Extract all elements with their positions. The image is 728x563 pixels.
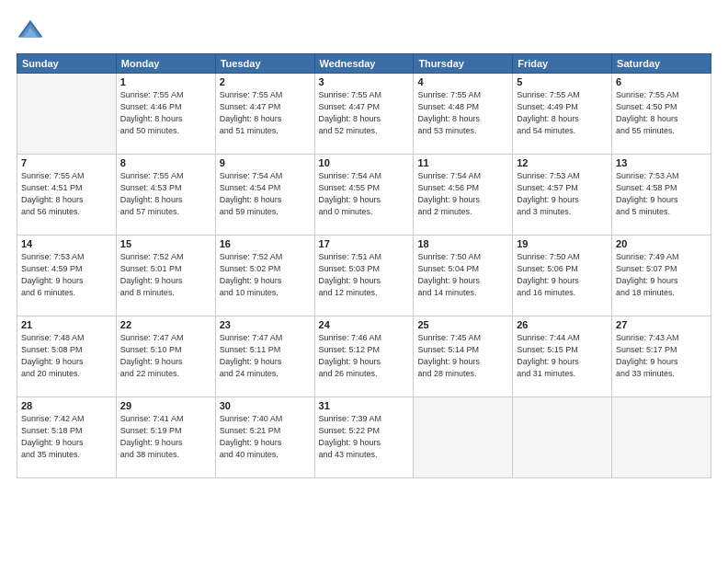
weekday-row: SundayMondayTuesdayWednesdayThursdayFrid… xyxy=(17,54,711,74)
day-info: Sunrise: 7:54 AMSunset: 4:55 PMDaylight:… xyxy=(319,170,410,218)
calendar-cell: 24Sunrise: 7:46 AMSunset: 5:12 PMDayligh… xyxy=(314,316,414,397)
day-number: 23 xyxy=(220,319,311,330)
day-info: Sunrise: 7:53 AMSunset: 4:59 PMDaylight:… xyxy=(21,251,112,299)
day-number: 12 xyxy=(517,157,608,168)
day-info: Sunrise: 7:55 AMSunset: 4:46 PMDaylight:… xyxy=(120,89,211,137)
calendar-cell: 14Sunrise: 7:53 AMSunset: 4:59 PMDayligh… xyxy=(17,236,117,316)
day-info: Sunrise: 7:40 AMSunset: 5:21 PMDaylight:… xyxy=(220,413,311,461)
day-info: Sunrise: 7:55 AMSunset: 4:47 PMDaylight:… xyxy=(220,89,311,137)
day-info: Sunrise: 7:42 AMSunset: 5:18 PMDaylight:… xyxy=(21,413,112,461)
day-info: Sunrise: 7:46 AMSunset: 5:12 PMDaylight:… xyxy=(319,332,410,380)
calendar-cell: 1Sunrise: 7:55 AMSunset: 4:46 PMDaylight… xyxy=(116,74,215,155)
week-row-5: 28Sunrise: 7:42 AMSunset: 5:18 PMDayligh… xyxy=(17,397,711,478)
day-number: 5 xyxy=(517,76,608,87)
day-number: 19 xyxy=(517,238,608,249)
day-info: Sunrise: 7:54 AMSunset: 4:54 PMDaylight:… xyxy=(220,170,311,218)
weekday-header-monday: Monday xyxy=(116,54,215,74)
day-info: Sunrise: 7:50 AMSunset: 5:04 PMDaylight:… xyxy=(417,251,508,299)
day-number: 11 xyxy=(417,157,508,168)
day-number: 3 xyxy=(319,76,410,87)
day-info: Sunrise: 7:47 AMSunset: 5:11 PMDaylight:… xyxy=(220,332,311,380)
calendar-cell: 26Sunrise: 7:44 AMSunset: 5:15 PMDayligh… xyxy=(513,316,612,397)
calendar-cell: 31Sunrise: 7:39 AMSunset: 5:22 PMDayligh… xyxy=(314,397,414,478)
day-info: Sunrise: 7:48 AMSunset: 5:08 PMDaylight:… xyxy=(21,332,112,380)
day-number: 27 xyxy=(616,319,707,330)
day-number: 8 xyxy=(120,157,211,168)
calendar-cell xyxy=(414,397,513,478)
day-number: 21 xyxy=(21,319,112,330)
day-info: Sunrise: 7:53 AMSunset: 4:58 PMDaylight:… xyxy=(616,170,707,218)
calendar-header: SundayMondayTuesdayWednesdayThursdayFrid… xyxy=(17,54,711,74)
day-info: Sunrise: 7:44 AMSunset: 5:15 PMDaylight:… xyxy=(517,332,608,380)
day-number: 31 xyxy=(319,400,410,411)
calendar-cell: 29Sunrise: 7:41 AMSunset: 5:19 PMDayligh… xyxy=(116,397,215,478)
day-number: 26 xyxy=(517,319,608,330)
calendar-cell: 2Sunrise: 7:55 AMSunset: 4:47 PMDaylight… xyxy=(215,74,314,155)
calendar-table: SundayMondayTuesdayWednesdayThursdayFrid… xyxy=(17,53,711,478)
header xyxy=(17,17,711,44)
calendar-cell: 11Sunrise: 7:54 AMSunset: 4:56 PMDayligh… xyxy=(414,155,513,236)
logo xyxy=(17,17,48,44)
calendar-cell xyxy=(513,397,612,478)
day-number: 15 xyxy=(120,238,211,249)
day-info: Sunrise: 7:52 AMSunset: 5:01 PMDaylight:… xyxy=(120,251,211,299)
calendar-cell: 5Sunrise: 7:55 AMSunset: 4:49 PMDaylight… xyxy=(513,74,612,155)
calendar-cell: 28Sunrise: 7:42 AMSunset: 5:18 PMDayligh… xyxy=(17,397,117,478)
weekday-header-wednesday: Wednesday xyxy=(314,54,414,74)
day-number: 30 xyxy=(220,400,311,411)
day-number: 16 xyxy=(220,238,311,249)
calendar-cell: 9Sunrise: 7:54 AMSunset: 4:54 PMDaylight… xyxy=(215,155,314,236)
day-info: Sunrise: 7:55 AMSunset: 4:50 PMDaylight:… xyxy=(616,89,707,137)
day-info: Sunrise: 7:45 AMSunset: 5:14 PMDaylight:… xyxy=(417,332,508,380)
day-number: 14 xyxy=(21,238,112,249)
weekday-header-sunday: Sunday xyxy=(17,54,117,74)
calendar-cell: 30Sunrise: 7:40 AMSunset: 5:21 PMDayligh… xyxy=(215,397,314,478)
day-info: Sunrise: 7:41 AMSunset: 5:19 PMDaylight:… xyxy=(120,413,211,461)
calendar-cell: 7Sunrise: 7:55 AMSunset: 4:51 PMDaylight… xyxy=(17,155,117,236)
calendar-cell: 12Sunrise: 7:53 AMSunset: 4:57 PMDayligh… xyxy=(513,155,612,236)
calendar-cell xyxy=(17,74,117,155)
calendar-cell: 16Sunrise: 7:52 AMSunset: 5:02 PMDayligh… xyxy=(215,236,314,316)
day-number: 24 xyxy=(319,319,410,330)
week-row-3: 14Sunrise: 7:53 AMSunset: 4:59 PMDayligh… xyxy=(17,236,711,316)
calendar-cell: 27Sunrise: 7:43 AMSunset: 5:17 PMDayligh… xyxy=(612,316,711,397)
day-number: 18 xyxy=(417,238,508,249)
calendar-cell: 13Sunrise: 7:53 AMSunset: 4:58 PMDayligh… xyxy=(612,155,711,236)
calendar-cell: 6Sunrise: 7:55 AMSunset: 4:50 PMDaylight… xyxy=(612,74,711,155)
calendar-cell: 22Sunrise: 7:47 AMSunset: 5:10 PMDayligh… xyxy=(116,316,215,397)
day-number: 2 xyxy=(220,76,311,87)
calendar-body: 1Sunrise: 7:55 AMSunset: 4:46 PMDaylight… xyxy=(17,74,711,478)
day-info: Sunrise: 7:53 AMSunset: 4:57 PMDaylight:… xyxy=(517,170,608,218)
weekday-header-thursday: Thursday xyxy=(414,54,513,74)
logo-icon xyxy=(17,17,44,44)
day-info: Sunrise: 7:50 AMSunset: 5:06 PMDaylight:… xyxy=(517,251,608,299)
day-number: 6 xyxy=(616,76,707,87)
day-info: Sunrise: 7:52 AMSunset: 5:02 PMDaylight:… xyxy=(220,251,311,299)
day-number: 10 xyxy=(319,157,410,168)
calendar-cell: 15Sunrise: 7:52 AMSunset: 5:01 PMDayligh… xyxy=(116,236,215,316)
weekday-header-tuesday: Tuesday xyxy=(215,54,314,74)
day-info: Sunrise: 7:55 AMSunset: 4:53 PMDaylight:… xyxy=(120,170,211,218)
day-info: Sunrise: 7:55 AMSunset: 4:47 PMDaylight:… xyxy=(319,89,410,137)
calendar-cell: 17Sunrise: 7:51 AMSunset: 5:03 PMDayligh… xyxy=(314,236,414,316)
day-number: 20 xyxy=(616,238,707,249)
day-info: Sunrise: 7:43 AMSunset: 5:17 PMDaylight:… xyxy=(616,332,707,380)
calendar-cell: 19Sunrise: 7:50 AMSunset: 5:06 PMDayligh… xyxy=(513,236,612,316)
day-number: 4 xyxy=(417,76,508,87)
day-number: 28 xyxy=(21,400,112,411)
weekday-header-friday: Friday xyxy=(513,54,612,74)
day-info: Sunrise: 7:39 AMSunset: 5:22 PMDaylight:… xyxy=(319,413,410,461)
day-info: Sunrise: 7:49 AMSunset: 5:07 PMDaylight:… xyxy=(616,251,707,299)
calendar-cell: 23Sunrise: 7:47 AMSunset: 5:11 PMDayligh… xyxy=(215,316,314,397)
calendar-cell: 4Sunrise: 7:55 AMSunset: 4:48 PMDaylight… xyxy=(414,74,513,155)
day-number: 9 xyxy=(220,157,311,168)
day-number: 1 xyxy=(120,76,211,87)
day-number: 29 xyxy=(120,400,211,411)
calendar-cell: 21Sunrise: 7:48 AMSunset: 5:08 PMDayligh… xyxy=(17,316,117,397)
calendar-cell: 3Sunrise: 7:55 AMSunset: 4:47 PMDaylight… xyxy=(314,74,414,155)
weekday-header-saturday: Saturday xyxy=(612,54,711,74)
day-info: Sunrise: 7:47 AMSunset: 5:10 PMDaylight:… xyxy=(120,332,211,380)
week-row-4: 21Sunrise: 7:48 AMSunset: 5:08 PMDayligh… xyxy=(17,316,711,397)
calendar-cell: 10Sunrise: 7:54 AMSunset: 4:55 PMDayligh… xyxy=(314,155,414,236)
calendar-cell: 18Sunrise: 7:50 AMSunset: 5:04 PMDayligh… xyxy=(414,236,513,316)
